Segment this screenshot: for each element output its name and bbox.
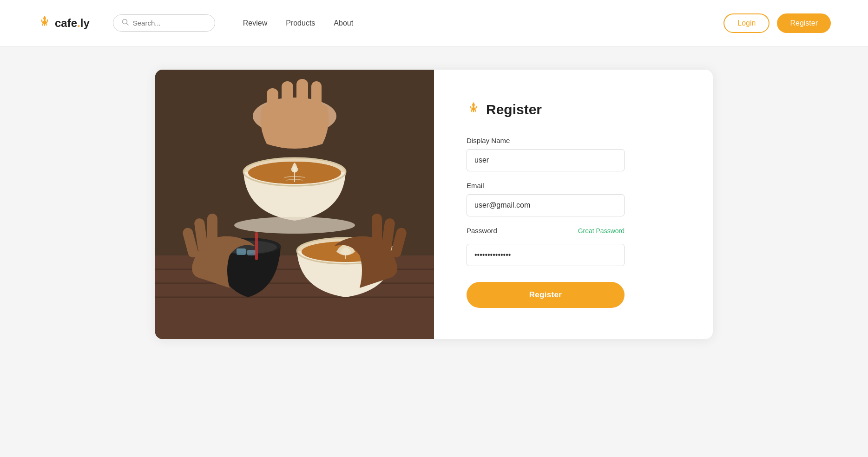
display-name-input[interactable]	[467, 149, 625, 171]
nav-links: Review Products About	[243, 19, 353, 27]
login-button[interactable]: Login	[723, 13, 769, 33]
display-name-group: Display Name	[467, 137, 685, 171]
svg-rect-20	[237, 248, 246, 255]
logo-icon	[37, 14, 52, 32]
register-card: Register Display Name Email Password Gre…	[155, 70, 713, 339]
nav-item-about[interactable]: About	[334, 19, 353, 27]
svg-rect-10	[282, 81, 293, 118]
svg-rect-33	[372, 214, 382, 251]
display-name-label: Display Name	[467, 137, 685, 144]
svg-rect-11	[296, 79, 308, 116]
register-title: Register	[486, 102, 542, 118]
email-label: Email	[467, 182, 685, 189]
coffee-image-inner	[155, 70, 434, 339]
email-group: Email	[467, 182, 685, 216]
register-leaf-icon	[467, 101, 480, 118]
register-form-section: Register Display Name Email Password Gre…	[434, 70, 713, 339]
nav-actions: Login Register	[723, 13, 831, 33]
svg-rect-22	[255, 232, 258, 260]
main-content: Register Display Name Email Password Gre…	[0, 46, 868, 362]
register-button[interactable]: Register	[467, 282, 625, 308]
password-row: Password Great Password	[467, 227, 625, 235]
svg-rect-12	[311, 81, 322, 116]
email-input[interactable]	[467, 194, 625, 216]
nav-item-products[interactable]: Products	[286, 19, 315, 27]
search-icon	[122, 19, 129, 27]
search-input[interactable]	[133, 19, 206, 27]
svg-rect-9	[267, 88, 278, 121]
svg-point-34	[234, 217, 355, 234]
logo[interactable]: cafe.ly	[37, 14, 90, 32]
password-group: Password Great Password	[467, 227, 685, 266]
svg-rect-21	[247, 250, 256, 255]
register-title-row: Register	[467, 101, 685, 118]
password-strength-badge: Great Password	[578, 227, 625, 235]
password-label: Password	[467, 227, 497, 235]
navbar: cafe.ly Review Products About Login Regi…	[0, 0, 868, 46]
svg-line-1	[126, 24, 128, 26]
register-nav-button[interactable]: Register	[777, 13, 831, 33]
password-input[interactable]	[467, 244, 625, 266]
svg-rect-30	[207, 214, 217, 251]
coffee-image	[155, 70, 434, 339]
logo-text: cafe.ly	[55, 17, 90, 30]
nav-item-review[interactable]: Review	[243, 19, 267, 27]
search-bar	[113, 14, 215, 32]
